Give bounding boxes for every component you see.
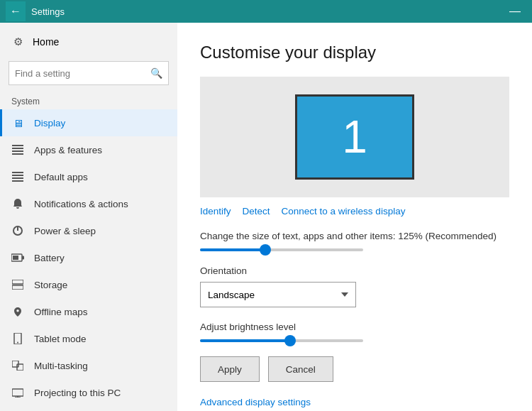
sidebar-item-storage-label: Storage [34, 280, 67, 290]
display-links: Identify Detect Connect to a wireless di… [200, 206, 509, 217]
buttons-row: Apply Cancel [200, 356, 509, 382]
svg-rect-3 [12, 153, 23, 155]
svg-rect-4 [12, 172, 23, 173]
orientation-select[interactable]: Landscape Portrait Landscape (flipped) P… [200, 282, 356, 307]
home-label: Home [33, 36, 59, 48]
text-size-slider-fill [200, 248, 265, 251]
projecting-icon [11, 386, 24, 399]
text-size-label: Change the size of text, apps and other … [200, 231, 509, 241]
svg-rect-5 [12, 175, 23, 176]
apps-icon [11, 143, 24, 156]
svg-rect-11 [22, 256, 24, 260]
multitasking-icon [11, 359, 24, 372]
monitor-box: 1 [295, 94, 414, 180]
sidebar-item-display[interactable]: 🖥 Display [0, 109, 177, 136]
svg-rect-7 [12, 180, 23, 182]
sidebar-item-battery[interactable]: Battery [0, 244, 177, 271]
sidebar-item-default-apps-label: Default apps [34, 172, 88, 182]
sidebar-item-apps-label: Apps & features [34, 145, 102, 155]
apply-button[interactable]: Apply [200, 356, 260, 382]
sidebar-item-power[interactable]: Power & sleep [0, 217, 177, 244]
brightness-slider-track [200, 339, 363, 342]
monitor-number: 1 [342, 111, 367, 163]
text-size-slider-thumb[interactable] [260, 244, 271, 256]
sidebar-item-projecting-label: Projecting to this PC [34, 388, 121, 398]
system-label: System [0, 91, 177, 109]
minimize-button[interactable]: — [504, 5, 526, 18]
orientation-label: Orientation [200, 265, 509, 276]
svg-rect-19 [12, 389, 23, 396]
content-area: Customise your display 1 Identify Detect… [177, 23, 532, 411]
brightness-label: Adjust brightness level [200, 322, 509, 332]
svg-point-16 [17, 342, 18, 344]
svg-rect-14 [12, 285, 23, 290]
back-button[interactable]: ← [6, 1, 26, 21]
title-bar: ← Settings — [0, 0, 532, 23]
sidebar-item-display-label: Display [34, 118, 65, 128]
advanced-display-settings-link[interactable]: Advanced display settings [200, 397, 311, 407]
brightness-slider-fill [200, 339, 290, 342]
sidebar-item-battery-label: Battery [34, 253, 65, 263]
sidebar-item-projecting[interactable]: Projecting to this PC [0, 379, 177, 406]
sidebar-item-notifications-label: Notifications & actions [34, 199, 128, 209]
notifications-icon [11, 197, 24, 210]
sidebar-item-notifications[interactable]: Notifications & actions [0, 190, 177, 217]
sidebar-item-offline-maps-label: Offline maps [34, 307, 88, 317]
sidebar-item-offline-maps[interactable]: Offline maps [0, 298, 177, 325]
svg-rect-1 [12, 148, 23, 149]
search-button[interactable]: 🔍 [150, 67, 162, 79]
sidebar-item-default-apps[interactable]: Default apps [0, 163, 177, 190]
sidebar-item-power-label: Power & sleep [34, 226, 96, 236]
text-size-slider-track [200, 248, 363, 251]
svg-rect-2 [12, 150, 23, 152]
wireless-display-link[interactable]: Connect to a wireless display [282, 206, 406, 217]
main-layout: ⚙ Home 🔍 System 🖥 Display Apps & feature… [0, 23, 532, 411]
cancel-button[interactable]: Cancel [268, 356, 333, 382]
identify-link[interactable]: Identify [200, 206, 231, 217]
power-icon [11, 224, 24, 237]
svg-rect-12 [13, 256, 18, 260]
sidebar: ⚙ Home 🔍 System 🖥 Display Apps & feature… [0, 23, 177, 411]
sidebar-item-tablet-label: Tablet mode [34, 334, 87, 344]
text-size-section: Change the size of text, apps and other … [200, 231, 509, 251]
sidebar-item-apps[interactable]: Apps & features [0, 136, 177, 163]
home-icon: ⚙ [11, 35, 24, 48]
sidebar-item-storage[interactable]: Storage [0, 271, 177, 298]
sidebar-item-tablet[interactable]: Tablet mode [0, 325, 177, 352]
title-bar-title: Settings [31, 6, 498, 17]
tablet-icon [11, 332, 24, 345]
brightness-section: Adjust brightness level [200, 322, 509, 342]
sidebar-item-multitasking[interactable]: Multi-tasking [0, 352, 177, 379]
display-icon: 🖥 [11, 116, 24, 129]
svg-rect-6 [12, 177, 23, 179]
battery-icon [11, 251, 24, 264]
sidebar-item-multitasking-label: Multi-tasking [34, 361, 88, 371]
display-preview: 1 [200, 77, 509, 197]
page-title: Customise your display [200, 43, 509, 62]
brightness-slider-thumb[interactable] [284, 335, 296, 346]
search-box: 🔍 [9, 61, 169, 85]
storage-icon [11, 278, 24, 291]
orientation-section: Orientation Landscape Portrait Landscape… [200, 265, 509, 307]
detect-link[interactable]: Detect [243, 206, 270, 217]
svg-rect-13 [12, 280, 23, 284]
search-input[interactable] [15, 68, 150, 79]
sidebar-item-home[interactable]: ⚙ Home [0, 28, 177, 55]
default-apps-icon [11, 170, 24, 183]
offline-maps-icon [11, 305, 24, 318]
svg-rect-0 [12, 145, 23, 146]
